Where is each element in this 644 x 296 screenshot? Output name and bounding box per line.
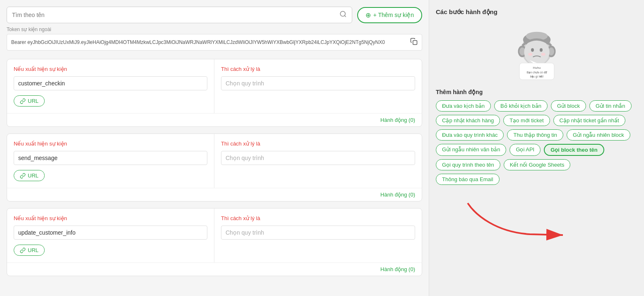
url-button-1[interactable]: URL xyxy=(14,170,45,181)
then-label-0: Thì cách xử lý là xyxy=(221,66,415,72)
process-placeholder-2[interactable]: Chọn quy trình xyxy=(221,226,415,240)
svg-text:Huhu: Huhu xyxy=(533,66,541,70)
mascot-container: Huhu Bạn chưa có dữ liệu gì hết! xyxy=(436,22,637,80)
event-cards-container: Nếu xuất hiện sự kiện URL Thì cách xử lý… xyxy=(7,59,422,276)
event-left-2: Nếu xuất hiện sự kiện URL xyxy=(7,209,214,262)
mascot-illustration: Huhu Bạn chưa có dữ liệu gì hết! xyxy=(508,22,566,80)
svg-text:Bạn chưa có dữ: Bạn chưa có dữ xyxy=(526,71,547,74)
token-value: Bearer eyJhbGciOiJIUzUxMiJ9.eyJleHAiOjg4… xyxy=(11,39,407,45)
token-label: Token sự kiện ngoài xyxy=(7,27,422,32)
action-tag-7[interactable]: Đưa vào quy trình khác xyxy=(436,129,504,141)
svg-line-1 xyxy=(344,15,346,17)
then-label-2: Thì cách xử lý là xyxy=(221,215,415,221)
action-tag-10[interactable]: Gửi ngẫu nhiên văn bản xyxy=(436,144,506,156)
action-tags-container: Đưa vào kịch bảnBỏ khỏi kịch bảnGửi bloc… xyxy=(436,100,637,185)
right-panel: Các bước hành động xyxy=(429,0,644,296)
search-input[interactable] xyxy=(12,12,339,18)
action-tag-12[interactable]: Gọi block theo tên xyxy=(544,144,604,156)
hanh-dong-link-0[interactable]: Hành động (0) xyxy=(380,117,415,123)
svg-point-0 xyxy=(340,11,345,16)
add-event-label: + Thêm sự kiện xyxy=(373,12,414,18)
action-tag-2[interactable]: Gửi block xyxy=(551,100,586,112)
event-card-2: Nếu xuất hiện sự kiện URL Thì cách xử lý… xyxy=(7,208,422,276)
url-button-2[interactable]: URL xyxy=(14,245,45,256)
action-tag-1[interactable]: Bỏ khỏi kịch bản xyxy=(494,100,548,112)
add-action-title: Thêm hành động xyxy=(436,89,637,95)
hanh-dong-link-2[interactable]: Hành động (0) xyxy=(380,266,415,272)
process-placeholder-0[interactable]: Chọn quy trình xyxy=(221,76,415,90)
action-tag-13[interactable]: Gọi quy trình theo tên xyxy=(436,159,500,170)
action-tag-14[interactable]: Kết nối Google Sheets xyxy=(504,159,571,170)
if-label-0: Nếu xuất hiện sự kiện xyxy=(14,66,207,72)
add-event-button[interactable]: ⊕ + Thêm sự kiện xyxy=(357,7,422,23)
then-label-1: Thì cách xử lý là xyxy=(221,141,415,147)
if-label-2: Nếu xuất hiện sự kiện xyxy=(14,215,207,221)
right-panel-title: Các bước hành động xyxy=(436,8,637,16)
event-card-0: Nếu xuất hiện sự kiện URL Thì cách xử lý… xyxy=(7,59,422,127)
action-tag-9[interactable]: Gửi ngẫu nhiên block xyxy=(567,129,630,141)
hanh-dong-link-1[interactable]: Hành động (0) xyxy=(380,192,415,198)
svg-point-12 xyxy=(540,48,543,52)
action-tag-3[interactable]: Gửi tin nhắn xyxy=(589,100,632,112)
if-label-1: Nếu xuất hiện sự kiện xyxy=(14,141,207,147)
event-name-input-2[interactable] xyxy=(14,226,207,240)
event-name-input-1[interactable] xyxy=(14,151,207,165)
card-footer-2: Hành động (0) xyxy=(7,262,422,276)
action-tag-4[interactable]: Cập nhật khách hàng xyxy=(436,115,500,126)
copy-icon[interactable] xyxy=(410,38,418,47)
action-tag-6[interactable]: Cập nhật ticket gần nhất xyxy=(553,115,625,126)
action-tag-15[interactable]: Thông báo qua Email xyxy=(436,174,500,185)
search-icon xyxy=(339,10,347,19)
process-placeholder-1[interactable]: Chọn quy trình xyxy=(221,151,415,165)
event-left-0: Nếu xuất hiện sự kiện URL xyxy=(7,59,214,113)
token-row: Bearer eyJhbGciOiJIUzUxMiJ9.eyJleHAiOjg4… xyxy=(7,34,422,51)
event-name-input-0[interactable] xyxy=(14,76,207,90)
card-footer-0: Hành động (0) xyxy=(7,113,422,126)
event-card-1: Nếu xuất hiện sự kiện URL Thì cách xử lý… xyxy=(7,133,422,201)
action-tag-5[interactable]: Tạo mới ticket xyxy=(503,115,550,126)
svg-point-13 xyxy=(528,53,533,56)
event-right-0: Thì cách xử lý là Chọn quy trình xyxy=(214,59,422,113)
event-left-1: Nếu xuất hiện sự kiện URL xyxy=(7,134,214,188)
svg-point-14 xyxy=(541,53,545,56)
svg-text:liệu gì hết!: liệu gì hết! xyxy=(530,75,543,78)
event-right-1: Thì cách xử lý là Chọn quy trình xyxy=(214,134,422,188)
svg-rect-2 xyxy=(413,41,417,45)
card-footer-1: Hành động (0) xyxy=(7,188,422,201)
svg-point-11 xyxy=(531,48,534,52)
action-tag-8[interactable]: Thu thập thông tin xyxy=(507,129,563,141)
search-box[interactable] xyxy=(7,7,352,23)
url-button-0[interactable]: URL xyxy=(14,95,45,107)
event-right-2: Thì cách xử lý là Chọn quy trình xyxy=(214,209,422,262)
action-tag-0[interactable]: Đưa vào kịch bản xyxy=(436,100,491,112)
action-tag-11[interactable]: Gọi API xyxy=(509,144,541,156)
plus-icon: ⊕ xyxy=(365,11,371,19)
